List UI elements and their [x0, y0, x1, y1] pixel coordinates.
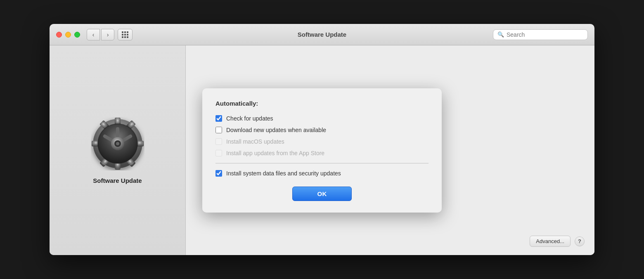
- download-updates-row: Download new updates when available: [215, 124, 429, 136]
- install-macos-checkbox[interactable]: [215, 138, 222, 145]
- install-macos-label: Install macOS updates: [226, 138, 284, 145]
- install-security-row: Install system data files and security u…: [215, 168, 429, 179]
- check-updates-label[interactable]: Check for updates: [226, 115, 273, 122]
- grid-view-button[interactable]: [118, 29, 133, 40]
- ok-button[interactable]: OK: [292, 187, 352, 201]
- install-macos-row: Install macOS updates: [215, 136, 429, 147]
- check-updates-checkbox[interactable]: [215, 115, 222, 122]
- window-title: Software Update: [298, 31, 346, 38]
- check-updates-row: Check for updates: [215, 113, 429, 124]
- dialog-title: Automatically:: [215, 100, 429, 107]
- download-updates-checkbox[interactable]: [215, 127, 222, 133]
- titlebar: ‹ › Software Update 🔍: [50, 24, 594, 45]
- minimize-button[interactable]: [65, 32, 71, 38]
- close-button[interactable]: [56, 32, 62, 38]
- download-updates-label[interactable]: Download new updates when available: [226, 127, 326, 133]
- nav-buttons: ‹ ›: [87, 29, 114, 40]
- back-button[interactable]: ‹: [87, 29, 100, 40]
- install-security-checkbox[interactable]: [215, 170, 222, 177]
- advanced-dialog: Automatically: Check for updates Downloa…: [202, 88, 442, 213]
- grid-icon: [122, 31, 128, 38]
- install-app-label: Install app updates from the App Store: [226, 150, 324, 156]
- modal-backdrop: Automatically: Check for updates Downloa…: [50, 45, 594, 255]
- back-icon: ‹: [92, 31, 95, 38]
- traffic-lights: [56, 32, 80, 38]
- forward-icon: ›: [107, 31, 109, 38]
- dialog-footer: OK: [215, 187, 429, 201]
- search-input[interactable]: [507, 31, 583, 38]
- install-app-row: Install app updates from the App Store: [215, 147, 429, 159]
- dialog-divider: [215, 163, 429, 163]
- main-window: ‹ › Software Update 🔍: [50, 24, 594, 255]
- search-box[interactable]: 🔍: [493, 29, 588, 40]
- maximize-button[interactable]: [74, 32, 80, 38]
- search-icon: 🔍: [497, 31, 504, 38]
- main-content: Software Update Advanced... ? Automatica…: [50, 45, 594, 255]
- install-security-label[interactable]: Install system data files and security u…: [226, 170, 341, 177]
- install-app-checkbox[interactable]: [215, 150, 222, 156]
- forward-button[interactable]: ›: [101, 29, 114, 40]
